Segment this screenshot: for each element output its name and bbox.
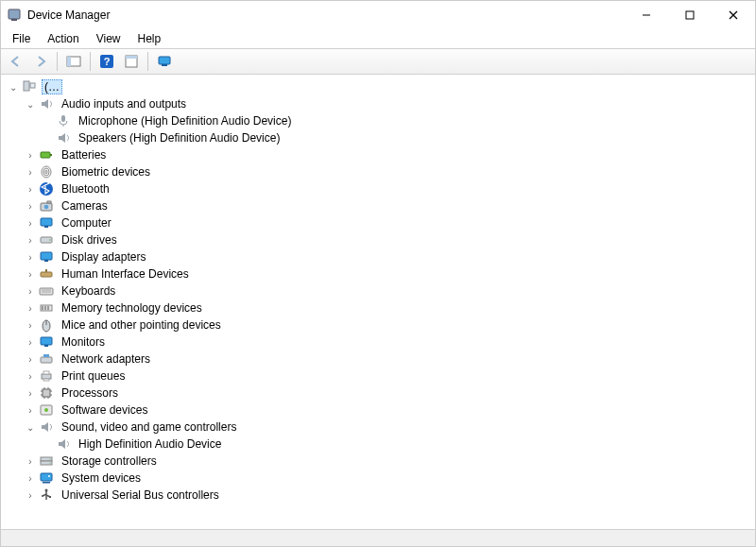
category-keyboards[interactable]: ›Keyboards bbox=[24, 282, 755, 299]
microphone-icon bbox=[56, 113, 71, 128]
category-print-queues[interactable]: ›Print queues bbox=[24, 368, 755, 385]
expand-icon[interactable]: › bbox=[24, 284, 37, 298]
collapse-icon[interactable]: ⌄ bbox=[7, 80, 20, 94]
category-batteries[interactable]: ›Batteries bbox=[24, 146, 755, 163]
expand-icon[interactable]: › bbox=[24, 471, 37, 485]
category-mice[interactable]: ›Mice and other pointing devices bbox=[24, 316, 755, 333]
toolbar-scan-button[interactable] bbox=[153, 51, 176, 72]
expand-icon[interactable]: › bbox=[24, 165, 37, 179]
category-bluetooth[interactable]: ›Bluetooth bbox=[24, 180, 755, 197]
category-storage-controllers[interactable]: ›Storage controllers bbox=[24, 453, 755, 470]
category-processors[interactable]: ›Processors bbox=[24, 385, 755, 402]
category-label[interactable]: Storage controllers bbox=[59, 453, 160, 469]
category-system-devices[interactable]: ›System devices bbox=[24, 470, 755, 487]
expand-icon[interactable]: › bbox=[24, 403, 37, 417]
menu-file[interactable]: File bbox=[5, 30, 38, 47]
collapse-icon[interactable]: ⌄ bbox=[24, 420, 37, 434]
category-label[interactable]: Universal Serial Bus controllers bbox=[59, 487, 222, 503]
category-label[interactable]: Mice and other pointing devices bbox=[59, 317, 224, 333]
category-network-adapters[interactable]: ›Network adapters bbox=[24, 350, 755, 368]
expand-icon[interactable]: › bbox=[24, 335, 37, 349]
category-label[interactable]: Biometric devices bbox=[59, 164, 153, 179]
category-label[interactable]: Computer bbox=[59, 215, 114, 231]
category-label[interactable]: Batteries bbox=[59, 147, 109, 162]
category-label[interactable]: Sound, video and game controllers bbox=[59, 419, 239, 435]
toolbar-separator bbox=[147, 52, 148, 71]
category-label[interactable]: Keyboards bbox=[59, 283, 118, 299]
network-icon bbox=[39, 351, 54, 367]
toolbar-console-tree-button[interactable] bbox=[62, 51, 85, 72]
expand-icon[interactable]: › bbox=[24, 386, 37, 400]
menu-help[interactable]: Help bbox=[130, 30, 169, 47]
category-label[interactable]: Processors bbox=[59, 385, 121, 401]
expand-icon[interactable]: › bbox=[24, 148, 37, 162]
expand-icon[interactable]: › bbox=[24, 182, 37, 196]
hid-icon bbox=[39, 266, 54, 282]
monitor-icon bbox=[39, 249, 54, 265]
category-sound-video-game[interactable]: ⌄ Sound, video and game controllers bbox=[24, 419, 755, 436]
menu-action[interactable]: Action bbox=[40, 30, 86, 47]
tree-root-label[interactable]: (… bbox=[42, 79, 62, 94]
expand-icon[interactable]: › bbox=[24, 318, 37, 332]
expand-icon[interactable]: › bbox=[24, 233, 37, 247]
svg-rect-68 bbox=[686, 11, 694, 19]
expand-icon[interactable]: › bbox=[24, 301, 37, 315]
category-monitors[interactable]: ›Monitors bbox=[24, 333, 755, 350]
category-audio-io[interactable]: ⌄ Audio inputs and outputs bbox=[24, 95, 755, 112]
toolbar-separator bbox=[90, 52, 91, 71]
category-hid[interactable]: ›Human Interface Devices bbox=[24, 265, 755, 282]
speaker-icon bbox=[39, 419, 54, 435]
expand-icon[interactable]: › bbox=[24, 250, 37, 264]
category-label[interactable]: Software devices bbox=[59, 402, 150, 418]
device-label[interactable]: Microphone (High Definition Audio Device… bbox=[76, 113, 294, 128]
category-label[interactable]: System devices bbox=[59, 470, 144, 486]
fingerprint-icon bbox=[39, 164, 54, 179]
category-label[interactable]: Bluetooth bbox=[59, 181, 112, 197]
device-label[interactable]: High Definition Audio Device bbox=[76, 436, 224, 452]
battery-icon bbox=[39, 147, 54, 162]
expand-icon[interactable]: › bbox=[24, 454, 37, 468]
device-tree[interactable]: ⌄ (… ⌄ Audio inputs and outputs bbox=[1, 75, 755, 529]
category-label[interactable]: Monitors bbox=[59, 334, 108, 350]
toolbar-properties-button[interactable] bbox=[120, 51, 143, 72]
tree-root[interactable]: ⌄ (… bbox=[7, 78, 755, 95]
storage-icon bbox=[39, 453, 54, 469]
collapse-icon[interactable]: ⌄ bbox=[24, 97, 37, 111]
category-display-adapters[interactable]: ›Display adapters bbox=[24, 248, 755, 265]
close-button[interactable] bbox=[712, 1, 755, 29]
category-memory-tech[interactable]: ›Memory technology devices bbox=[24, 299, 755, 316]
expand-icon[interactable]: › bbox=[24, 267, 37, 281]
toolbar-back-button[interactable] bbox=[5, 51, 27, 72]
toolbar-forward-button[interactable] bbox=[29, 51, 52, 72]
expand-icon[interactable]: › bbox=[24, 216, 37, 230]
expand-icon[interactable]: › bbox=[24, 369, 37, 383]
titlebar: Device Manager bbox=[1, 1, 755, 29]
category-label[interactable]: Audio inputs and outputs bbox=[59, 96, 189, 111]
category-computer[interactable]: ›Computer bbox=[24, 214, 755, 231]
category-disk-drives[interactable]: ›Disk drives bbox=[24, 231, 755, 248]
toolbar-help-button[interactable] bbox=[95, 51, 118, 72]
maximize-button[interactable] bbox=[668, 1, 712, 29]
category-label[interactable]: Human Interface Devices bbox=[59, 266, 192, 282]
device-hda[interactable]: High Definition Audio Device bbox=[41, 436, 755, 453]
category-label[interactable]: Disk drives bbox=[59, 232, 120, 248]
expand-icon[interactable]: › bbox=[24, 199, 37, 213]
device-label[interactable]: Speakers (High Definition Audio Device) bbox=[76, 130, 283, 145]
device-microphone[interactable]: Microphone (High Definition Audio Device… bbox=[41, 112, 755, 129]
device-speakers[interactable]: Speakers (High Definition Audio Device) bbox=[41, 129, 755, 146]
category-label[interactable]: Display adapters bbox=[59, 249, 148, 265]
category-label[interactable]: Print queues bbox=[59, 368, 128, 384]
category-label[interactable]: Network adapters bbox=[59, 351, 153, 367]
category-biometric[interactable]: ›Biometric devices bbox=[24, 163, 755, 180]
expand-icon[interactable]: › bbox=[24, 352, 37, 366]
category-label[interactable]: Cameras bbox=[59, 198, 111, 214]
category-software-devices[interactable]: ›Software devices bbox=[24, 402, 755, 419]
minimize-button[interactable] bbox=[625, 1, 668, 29]
window-title: Device Manager bbox=[27, 9, 110, 22]
speaker-icon bbox=[39, 96, 54, 111]
category-label[interactable]: Memory technology devices bbox=[59, 300, 205, 316]
category-usb[interactable]: ›Universal Serial Bus controllers bbox=[24, 487, 755, 504]
expand-icon[interactable]: › bbox=[24, 488, 37, 502]
menu-view[interactable]: View bbox=[89, 30, 129, 47]
category-cameras[interactable]: ›Cameras bbox=[24, 197, 755, 214]
